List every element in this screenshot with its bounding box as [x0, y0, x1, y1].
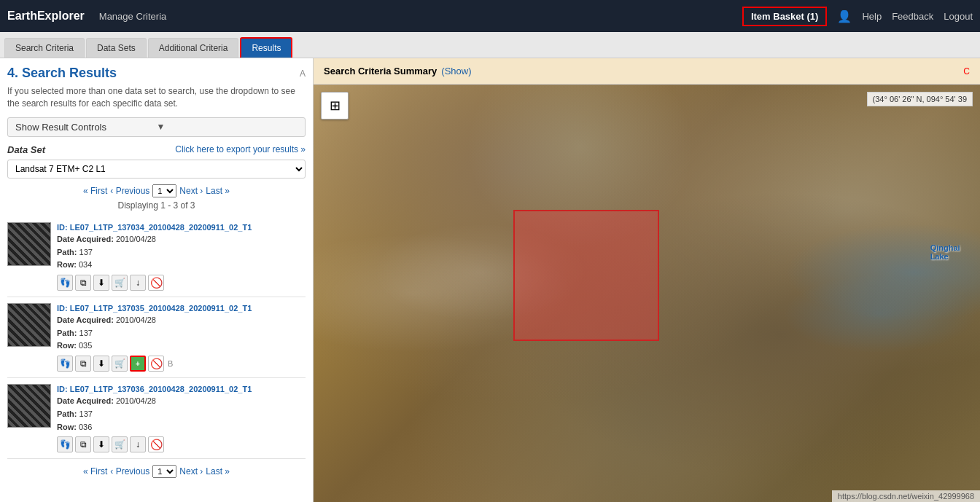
result-item-1: ID: LE07_L1TP_137035_20100428_20200911_0… — [7, 297, 306, 378]
label-a: A — [300, 68, 306, 79]
result-id-1[interactable]: ID: LE07_L1TP_137035_20100428_20200911_0… — [57, 303, 306, 314]
page-select[interactable]: 1 — [152, 184, 176, 197]
map-url-bar: https://blog.csdn.net/weixin_42999968 — [832, 490, 980, 502]
result-meta-0: Date Acquired: 2010/04/28Path: 137Row: 0… — [57, 233, 306, 272]
map-coordinates: (34° 06' 26" N, 094° 54' 39 — [867, 92, 973, 106]
app-header: EarthExplorer Manage Criteria Item Baske… — [0, 0, 980, 32]
page-select-bottom[interactable]: 1 — [152, 465, 176, 478]
exclude-btn-1[interactable]: 🚫 — [148, 356, 164, 372]
map-selection-rectangle — [513, 210, 659, 341]
result-actions-0: 👣⧉⬇🛒↓🚫 — [57, 275, 306, 291]
overlay-btn-2[interactable]: ⧉ — [75, 436, 91, 452]
tab-data-sets[interactable]: Data Sets — [86, 38, 147, 58]
section-description: If you selected more than one data set t… — [7, 85, 306, 110]
pagination-bottom: « First ‹ Previous 1 Next › Last » — [7, 465, 306, 478]
item-basket-button[interactable]: Item Basket (1) — [742, 7, 827, 26]
prev-page-link[interactable]: ‹ Previous — [110, 186, 149, 196]
result-info-2: ID: LE07_L1TP_137036_20100428_20200911_0… — [57, 384, 306, 452]
map-background: ⊞ (34° 06' 26" N, 094° 54' 39 QinghaiLak… — [314, 85, 980, 502]
export-results-link[interactable]: Click here to export your results » — [175, 144, 306, 154]
app-logo: EarthExplorer — [7, 9, 85, 23]
result-actions-2: 👣⧉⬇🛒↓🚫 — [57, 436, 306, 452]
help-link[interactable]: Help — [862, 11, 882, 22]
pagination-top: « First ‹ Previous 1 Next › Last » — [7, 184, 306, 197]
last-page-link[interactable]: Last » — [206, 186, 230, 196]
download-btn-0[interactable]: ⬇ — [93, 275, 109, 291]
tab-additional-criteria[interactable]: Additional Criteria — [148, 38, 239, 58]
first-page-link-bottom[interactable]: « First — [83, 466, 107, 476]
download-btn-2[interactable]: ⬇ — [93, 436, 109, 452]
displaying-text: Displaying 1 - 3 of 3 — [7, 200, 306, 211]
info-btn-2[interactable]: 🛒 — [112, 436, 128, 452]
result-id-2[interactable]: ID: LE07_L1TP_137036_20100428_20200911_0… — [57, 384, 306, 395]
footprint-btn-0[interactable]: 👣 — [57, 275, 73, 291]
overlay-btn-1[interactable]: ⧉ — [75, 356, 91, 372]
map-container[interactable]: ⊞ (34° 06' 26" N, 094° 54' 39 QinghaiLak… — [314, 85, 980, 502]
first-page-link[interactable]: « First — [83, 186, 107, 196]
result-thumbnail-2 — [7, 384, 51, 428]
download-btn-1[interactable]: ⬇ — [93, 356, 109, 372]
next-page-link[interactable]: Next › — [179, 186, 203, 196]
result-info-1: ID: LE07_L1TP_137035_20100428_20200911_0… — [57, 303, 306, 372]
result-actions-1: 👣⧉⬇🛒+🚫B — [57, 356, 306, 372]
main-content: 4. Search Results A If you selected more… — [0, 58, 980, 502]
exclude-btn-2[interactable]: 🚫 — [148, 436, 164, 452]
footprint-btn-1[interactable]: 👣 — [57, 356, 73, 372]
layers-icon: ⊞ — [330, 98, 341, 114]
exclude-btn-0[interactable]: 🚫 — [148, 275, 164, 291]
label-c: C — [963, 66, 970, 77]
user-icon: 👤 — [837, 9, 852, 23]
result-meta-2: Date Acquired: 2010/04/28Path: 137Row: 0… — [57, 395, 306, 434]
result-id-0[interactable]: ID: LE07_L1TP_137034_20100428_20200911_0… — [57, 222, 306, 233]
info-btn-1[interactable]: 🛒 — [112, 356, 128, 372]
dataset-label: Data Set — [7, 144, 45, 155]
section-title: 4. Search Results — [7, 66, 117, 81]
result-items-list: ID: LE07_L1TP_137034_20100428_20200911_0… — [7, 216, 306, 460]
right-panel: Search Criteria Summary (Show) C ⊞ (34° … — [314, 58, 980, 502]
feedback-link[interactable]: Feedback — [892, 11, 933, 22]
info-btn-0[interactable]: 🛒 — [112, 275, 128, 291]
qinghai-label: QinghaiLake — [930, 243, 960, 261]
label-b-1: B — [168, 359, 173, 368]
last-page-link-bottom[interactable]: Last » — [206, 466, 230, 476]
map-layers-button[interactable]: ⊞ — [321, 92, 349, 119]
logout-link[interactable]: Logout — [944, 11, 973, 22]
search-criteria-bar: Search Criteria Summary (Show) C — [314, 58, 980, 85]
cart-btn-1[interactable]: + — [130, 356, 146, 372]
overlay-btn-0[interactable]: ⧉ — [75, 275, 91, 291]
section-header: 4. Search Results A — [7, 66, 306, 81]
result-thumbnail-1 — [7, 303, 51, 347]
tab-results[interactable]: Results — [240, 37, 292, 58]
dropdown-arrow-icon: ▼ — [157, 122, 298, 132]
tab-search-criteria[interactable]: Search Criteria — [4, 38, 85, 58]
show-result-controls-dropdown[interactable]: Show Result Controls ▼ — [7, 117, 306, 137]
prev-page-link-bottom[interactable]: ‹ Previous — [110, 466, 149, 476]
result-item-2: ID: LE07_L1TP_137036_20100428_20200911_0… — [7, 378, 306, 459]
left-panel: 4. Search Results A If you selected more… — [0, 58, 314, 502]
result-meta-1: Date Acquired: 2010/04/28Path: 137Row: 0… — [57, 314, 306, 353]
search-criteria-title: Search Criteria Summary — [324, 66, 437, 77]
manage-criteria-label: Manage Criteria — [99, 11, 167, 22]
result-thumbnail-0 — [7, 222, 51, 266]
tab-bar: Search Criteria Data Sets Additional Cri… — [0, 32, 980, 58]
next-page-link-bottom[interactable]: Next › — [179, 466, 203, 476]
show-result-controls-label: Show Result Controls — [15, 122, 157, 133]
dataset-select[interactable]: Landsat 7 ETM+ C2 L1 — [7, 160, 306, 179]
dataset-row: Data Set Click here to export your resul… — [7, 144, 306, 155]
header-right-nav: Item Basket (1) 👤 Help Feedback Logout — [742, 7, 973, 26]
svg-text:+: + — [136, 360, 140, 368]
cart-btn-2[interactable]: ↓ — [130, 436, 146, 452]
result-info-0: ID: LE07_L1TP_137034_20100428_20200911_0… — [57, 222, 306, 291]
show-criteria-link[interactable]: (Show) — [441, 66, 471, 77]
footprint-btn-2[interactable]: 👣 — [57, 436, 73, 452]
result-item-0: ID: LE07_L1TP_137034_20100428_20200911_0… — [7, 216, 306, 297]
cart-btn-0[interactable]: ↓ — [130, 275, 146, 291]
